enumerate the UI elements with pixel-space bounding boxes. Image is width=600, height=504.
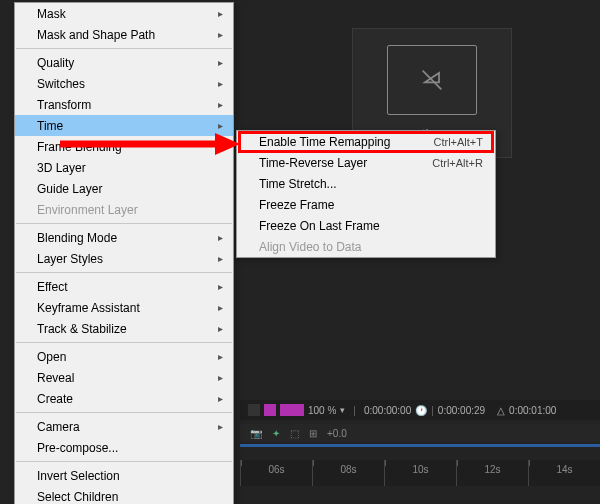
snapshot-icon[interactable]: 📷	[250, 428, 262, 439]
chevron-right-icon: ▸	[218, 351, 223, 362]
menu-label: Track & Stabilize	[37, 322, 218, 336]
menu-item-layer-styles[interactable]: Layer Styles▸	[15, 248, 233, 269]
chevron-right-icon: ▸	[218, 78, 223, 89]
submenu-item-enable-time-remapping[interactable]: Enable Time Remapping Ctrl+Alt+T	[237, 131, 495, 152]
chevron-right-icon: ▸	[218, 99, 223, 110]
menu-item-guide-layer[interactable]: Guide Layer	[15, 178, 233, 199]
submenu-item-align-video-to-data: Align Video to Data	[237, 236, 495, 257]
menu-item-environment-layer: Environment Layer	[15, 199, 233, 220]
menu-item-camera[interactable]: Camera▸	[15, 416, 233, 437]
menu-label: Blending Mode	[37, 231, 218, 245]
timeline-workarea-bar[interactable]	[240, 444, 600, 447]
chevron-right-icon: ▸	[218, 8, 223, 19]
ruler-tick: 10s	[384, 460, 456, 486]
menu-label: Enable Time Remapping	[259, 135, 433, 149]
color-icon[interactable]: ✦	[272, 428, 280, 439]
menu-separator	[16, 48, 232, 49]
layer-context-menu: Mask▸ Mask and Shape Path▸ Quality▸ Swit…	[14, 2, 234, 504]
switch-icon[interactable]: ⬚	[290, 428, 299, 439]
duration: 0:00:00:29	[438, 405, 485, 416]
ruler-tick: 06s	[240, 460, 312, 486]
swatch-magenta[interactable]	[264, 404, 276, 416]
menu-item-quality[interactable]: Quality▸	[15, 52, 233, 73]
menu-item-mask[interactable]: Mask▸	[15, 3, 233, 24]
chevron-right-icon: ▸	[218, 302, 223, 313]
settings-icon[interactable]: ⊞	[309, 428, 317, 439]
menu-item-precompose[interactable]: Pre-compose...	[15, 437, 233, 458]
swatch-magenta-wide[interactable]	[280, 404, 304, 416]
menu-label: Reveal	[37, 371, 218, 385]
menu-item-blending-mode[interactable]: Blending Mode▸	[15, 227, 233, 248]
time-submenu: Enable Time Remapping Ctrl+Alt+T Time-Re…	[236, 130, 496, 258]
menu-label: Time Stretch...	[259, 177, 483, 191]
menu-item-switches[interactable]: Switches▸	[15, 73, 233, 94]
submenu-item-freeze-frame[interactable]: Freeze Frame	[237, 194, 495, 215]
menu-label: Switches	[37, 77, 218, 91]
menu-label: Transform	[37, 98, 218, 112]
menu-label: Keyframe Assistant	[37, 301, 218, 315]
menu-label: Layer Styles	[37, 252, 218, 266]
menu-label: 3D Layer	[37, 161, 223, 175]
menu-item-3d-layer[interactable]: 3D Layer	[15, 157, 233, 178]
ruler-tick: 14s	[528, 460, 600, 486]
dropdown-icon[interactable]: ▾	[340, 405, 345, 415]
current-time[interactable]: 0:00:00:00	[364, 405, 411, 416]
menu-label: Guide Layer	[37, 182, 223, 196]
chevron-right-icon: ▸	[218, 421, 223, 432]
new-composition-icon	[387, 45, 477, 115]
menu-item-frame-blending[interactable]: Frame Blending▸	[15, 136, 233, 157]
menu-item-track-stabilize[interactable]: Track & Stabilize▸	[15, 318, 233, 339]
menu-item-reveal[interactable]: Reveal▸	[15, 367, 233, 388]
menu-item-invert-selection[interactable]: Invert Selection	[15, 465, 233, 486]
chevron-right-icon: ▸	[218, 57, 223, 68]
timeline-toolbar: 📷 ✦ ⬚ ⊞ +0.0	[240, 424, 600, 442]
menu-label: Camera	[37, 420, 218, 434]
submenu-item-time-reverse-layer[interactable]: Time-Reverse Layer Ctrl+Alt+R	[237, 152, 495, 173]
menu-label: Mask	[37, 7, 218, 21]
menu-label: Create	[37, 392, 218, 406]
chevron-right-icon: ▸	[218, 393, 223, 404]
viewer-toolbar: 100 % ▾ | 0:00:00:00 🕐 | 0:00:00:29 △ 0:…	[240, 400, 600, 420]
submenu-item-freeze-on-last-frame[interactable]: Freeze On Last Frame	[237, 215, 495, 236]
menu-separator	[16, 342, 232, 343]
menu-separator	[16, 223, 232, 224]
ruler-tick: 08s	[312, 460, 384, 486]
zoom-level[interactable]: 100 %	[308, 405, 336, 416]
menu-label: Quality	[37, 56, 218, 70]
menu-shortcut: Ctrl+Alt+R	[432, 157, 483, 169]
chevron-right-icon: ▸	[218, 141, 223, 152]
menu-label: Time-Reverse Layer	[259, 156, 432, 170]
menu-label: Environment Layer	[37, 203, 223, 217]
chevron-right-icon: ▸	[218, 120, 223, 131]
end-time: 0:00:01:00	[509, 405, 556, 416]
menu-label: Effect	[37, 280, 218, 294]
submenu-item-time-stretch[interactable]: Time Stretch...	[237, 173, 495, 194]
menu-item-time[interactable]: Time▸	[15, 115, 233, 136]
menu-item-create[interactable]: Create▸	[15, 388, 233, 409]
menu-item-mask-shape[interactable]: Mask and Shape Path▸	[15, 24, 233, 45]
menu-separator	[16, 461, 232, 462]
menu-item-open[interactable]: Open▸	[15, 346, 233, 367]
menu-label: Freeze On Last Frame	[259, 219, 483, 233]
swatch-dark[interactable]	[248, 404, 260, 416]
offset-value[interactable]: +0.0	[327, 428, 347, 439]
menu-label: Frame Blending	[37, 140, 218, 154]
menu-label: Pre-compose...	[37, 441, 223, 455]
menu-item-effect[interactable]: Effect▸	[15, 276, 233, 297]
ruler-tick: 12s	[456, 460, 528, 486]
chevron-right-icon: ▸	[218, 253, 223, 264]
time-icon[interactable]: 🕐	[415, 405, 427, 416]
menu-label: Select Children	[37, 490, 223, 504]
menu-item-keyframe-assistant[interactable]: Keyframe Assistant▸	[15, 297, 233, 318]
menu-label: Mask and Shape Path	[37, 28, 218, 42]
timeline-ruler[interactable]: 06s 08s 10s 12s 14s	[240, 460, 600, 486]
menu-shortcut: Ctrl+Alt+T	[433, 136, 483, 148]
menu-item-select-children[interactable]: Select Children	[15, 486, 233, 504]
menu-item-transform[interactable]: Transform▸	[15, 94, 233, 115]
chevron-right-icon: ▸	[218, 232, 223, 243]
chevron-right-icon: ▸	[218, 281, 223, 292]
menu-separator	[16, 412, 232, 413]
chevron-right-icon: ▸	[218, 372, 223, 383]
menu-label: Freeze Frame	[259, 198, 483, 212]
menu-label: Invert Selection	[37, 469, 223, 483]
